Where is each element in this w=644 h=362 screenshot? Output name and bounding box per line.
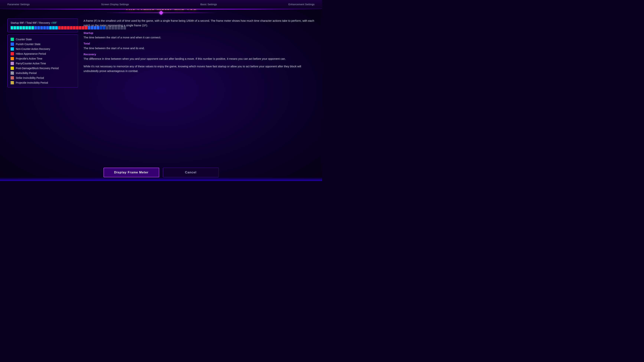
frame-stats: Startup 99F / Total 99F / Recovery +99F xyxy=(10,21,75,24)
legend-item: Strike Invincibility Period xyxy=(10,76,75,79)
legend-item: Hitbox Appearance Period xyxy=(10,52,75,55)
meter-segment xyxy=(31,26,34,29)
legend-label: Invincibility Period xyxy=(16,72,36,74)
nav-basic-settings[interactable]: Basic Settings xyxy=(200,3,217,6)
meter-segment xyxy=(67,26,70,29)
nav-screen-display-settings[interactable]: Screen Display Settings xyxy=(101,3,129,6)
right-panel: A frame (F) is the smallest unit of time… xyxy=(84,18,314,166)
cancel-button[interactable]: Cancel xyxy=(163,168,219,177)
nav-enhancement-settings[interactable]: Enhancement Settings xyxy=(288,3,314,6)
legend-color-swatch xyxy=(10,71,14,75)
legend-color-swatch xyxy=(10,57,14,60)
legend-color-swatch xyxy=(10,76,14,79)
legend-label: Post-Damage/Block Recovery Period xyxy=(16,67,59,70)
meter-segment xyxy=(40,26,43,29)
description-conclusion: While it's not necessary to memorize any… xyxy=(84,64,314,73)
recovery-label: Recovery xyxy=(84,52,314,57)
meter-segment xyxy=(73,26,76,29)
bottom-buttons: Display Frame Meter Cancel xyxy=(0,168,322,177)
meter-segment xyxy=(46,26,49,29)
legend-color-swatch xyxy=(10,38,14,41)
top-navigation: Parameter Settings Screen Display Settin… xyxy=(0,0,322,9)
meter-segment xyxy=(43,26,46,29)
meter-segment xyxy=(61,26,64,29)
legend-color-swatch xyxy=(10,66,14,70)
legend-box: Counter StatePunish Counter StateNon-Cou… xyxy=(8,34,78,87)
meter-segment xyxy=(55,26,58,29)
legend-item: Invincibility Period xyxy=(10,71,75,75)
description-intro: A frame (F) is the smallest unit of time… xyxy=(84,18,314,28)
meter-segment xyxy=(34,26,37,29)
meter-segment xyxy=(37,26,40,29)
meter-segment xyxy=(28,26,31,29)
meter-segment xyxy=(20,26,22,29)
term-recovery: Recovery The difference in time between … xyxy=(84,52,314,61)
legend-label: Parry/Counter Active Time xyxy=(16,62,46,65)
legend-item: Punish Counter State xyxy=(10,42,75,46)
term-startup: Startup The time between the start of a … xyxy=(84,31,314,40)
legend-label: Projectile's Active Time xyxy=(16,57,42,60)
legend-item: Counter State xyxy=(10,38,75,41)
meter-segment xyxy=(26,26,28,29)
legend-label: Punish Counter State xyxy=(16,43,40,46)
legend-color-swatch xyxy=(10,47,14,51)
top-glow-line xyxy=(0,9,322,9)
meter-segment xyxy=(14,26,16,29)
meter-segment xyxy=(79,26,82,29)
legend-item: Parry/Counter Active Time xyxy=(10,62,75,65)
meter-segment xyxy=(52,26,55,29)
meter-segment xyxy=(22,26,25,29)
recovery-value: +99F xyxy=(51,21,57,24)
meter-segment xyxy=(64,26,67,29)
legend-color-swatch xyxy=(10,42,14,46)
legend-item: Non-Counter Action Recovery xyxy=(10,47,75,51)
startup-label: Startup xyxy=(84,31,314,35)
legend-label: Hitbox Appearance Period xyxy=(16,52,46,55)
meter-bar xyxy=(10,26,75,29)
nav-parameter-settings[interactable]: Parameter Settings xyxy=(8,3,30,6)
display-frame-meter-button[interactable]: Display Frame Meter xyxy=(104,168,159,177)
meter-segment xyxy=(10,26,13,29)
legend-label: Non-Counter Action Recovery xyxy=(16,47,50,50)
startup-text: The time between the start of a move and… xyxy=(84,36,161,39)
frame-stats-text: Startup 99F / Total 99F / Recovery xyxy=(10,21,50,24)
title-diamond-icon xyxy=(159,11,163,15)
legend-label: Counter State xyxy=(16,38,32,41)
legend-color-swatch xyxy=(10,52,14,55)
total-label: Total xyxy=(84,41,314,46)
bottom-bar xyxy=(0,177,322,181)
meter-segment xyxy=(16,26,19,29)
meter-segment xyxy=(76,26,78,29)
legend-label: Strike Invincibility Period xyxy=(16,76,44,79)
recovery-text: The difference in time between when you … xyxy=(84,57,286,60)
term-total: Total The time between the start of a mo… xyxy=(84,41,314,51)
left-panel: Startup 99F / Total 99F / Recovery +99F … xyxy=(8,18,78,166)
legend-item: Projectile Invincibility Period xyxy=(10,81,75,84)
legend-label: Projectile Invincibility Period xyxy=(16,81,48,84)
meter-segment xyxy=(58,26,61,29)
legend-item: Post-Damage/Block Recovery Period xyxy=(10,66,75,70)
legend-color-swatch xyxy=(10,81,14,84)
legend-color-swatch xyxy=(10,62,14,65)
legend-item: Projectile's Active Time xyxy=(10,57,75,60)
total-text: The time between the start of a move and… xyxy=(84,46,144,50)
main-content: Startup 99F / Total 99F / Recovery +99F … xyxy=(0,15,322,170)
meter-segment xyxy=(70,26,72,29)
frame-meter-box: Startup 99F / Total 99F / Recovery +99F xyxy=(8,18,78,32)
meter-segment xyxy=(49,26,52,29)
